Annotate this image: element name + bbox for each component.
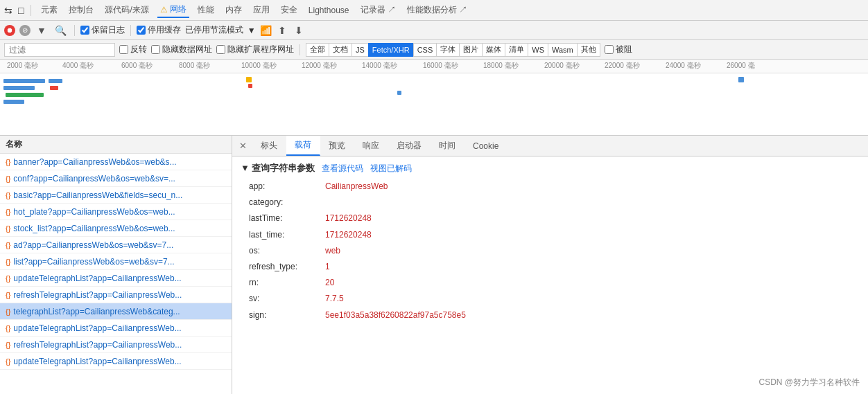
view-decoded-link[interactable]: 视图已解码 — [370, 163, 412, 174]
blocked-label[interactable]: 被阻 — [605, 44, 632, 55]
nav-performance[interactable]: 性能 — [195, 3, 217, 17]
reverse-label[interactable]: 反转 — [119, 44, 147, 55]
warning-icon: ⚠ — [160, 5, 168, 15]
tick-9: 18000 毫秒 — [483, 61, 519, 71]
list-item[interactable]: {} conf?app=CailianpressWeb&os=web&sv=..… — [0, 170, 232, 187]
view-source-link[interactable]: 查看源代码 — [322, 163, 363, 174]
tab-preview[interactable]: 预览 — [320, 136, 354, 155]
xhr-icon: {} — [6, 324, 10, 332]
tab-headers[interactable]: 标头 — [252, 136, 286, 155]
nav-security[interactable]: 安全 — [278, 3, 300, 17]
param-category: category: — [241, 195, 860, 211]
record-button[interactable]: ⏺ — [4, 25, 15, 36]
upload-icon[interactable]: ⬆ — [276, 25, 288, 36]
type-manifest[interactable]: 清单 — [505, 43, 528, 57]
tab-response[interactable]: 响应 — [354, 136, 388, 155]
xhr-icon: {} — [6, 341, 10, 349]
download-icon[interactable]: ⬇ — [293, 25, 305, 36]
type-all[interactable]: 全部 — [306, 43, 329, 57]
list-item[interactable]: {} updateTelegraphList?app=CailianpressW… — [0, 320, 232, 337]
cursor-icon[interactable]: ⇆ — [4, 5, 12, 16]
tab-payload[interactable]: 载荷 — [286, 136, 320, 156]
list-item[interactable]: {} banner?app=CailianpressWeb&os=web&s..… — [0, 154, 232, 170]
offline-icon[interactable]: 📶 — [260, 25, 272, 36]
type-ws[interactable]: WS — [528, 43, 548, 57]
type-css[interactable]: CSS — [413, 43, 437, 57]
disable-cache-checkbox[interactable] — [137, 26, 146, 35]
tick-1: 2000 毫秒 — [7, 61, 38, 71]
search-button[interactable]: 🔍 — [53, 25, 69, 36]
list-item[interactable]: {} refreshTelegraphList?app=Cailianpress… — [0, 287, 232, 303]
hide-extension-urls-label[interactable]: 隐藏扩展程序网址 — [216, 44, 294, 55]
list-item[interactable]: {} ad?app=CailianpressWeb&os=web&sv=7... — [0, 237, 232, 253]
list-item[interactable]: {} updateTelegraphList?app=CailianpressW… — [0, 270, 232, 287]
nav-lighthouse[interactable]: Lighthouse — [306, 4, 352, 17]
preserve-log-checkbox[interactable] — [80, 26, 89, 35]
list-item[interactable]: {} refreshTelegraphList?app=Cailianpress… — [0, 337, 232, 353]
detail-content: ▼ 查询字符串参数 查看源代码 视图已解码 app: CailianpressW… — [232, 156, 868, 394]
inspect-icon[interactable]: □ — [18, 5, 24, 16]
tick-7: 14000 毫秒 — [362, 61, 397, 71]
hide-data-urls-label[interactable]: 隐藏数据网址 — [151, 44, 212, 55]
nav-sources[interactable]: 源代码/来源 — [102, 3, 151, 17]
type-font[interactable]: 字体 — [436, 43, 459, 57]
tick-4: 8000 毫秒 — [179, 61, 210, 71]
close-button[interactable]: ✕ — [234, 138, 252, 154]
reverse-checkbox[interactable] — [119, 45, 128, 54]
detail-panel: ✕ 标头 载荷 预览 响应 启动器 时间 Cookie ▼ 查询字符串参数 查看… — [232, 136, 868, 394]
xhr-icon: {} — [6, 224, 10, 233]
nav-recorder[interactable]: 记录器 ↗ — [358, 3, 399, 17]
list-item[interactable]: {} list?app=CailianpressWeb&os=web&sv=7.… — [0, 253, 232, 270]
param-rn: rn: 20 — [241, 275, 860, 291]
xhr-icon: {} — [6, 291, 10, 299]
param-last-time: last_time: 1712620248 — [241, 227, 860, 243]
top-toolbar: ⇆ □ 元素 控制台 源代码/来源 ⚠ 网络 性能 内存 应用 安全 Light… — [0, 0, 868, 21]
disable-cache-label[interactable]: 停用缓存 — [137, 24, 181, 36]
type-media[interactable]: 媒体 — [482, 43, 505, 57]
nav-perf-insights[interactable]: 性能数据分析 ↗ — [404, 3, 470, 17]
separator — [74, 25, 75, 36]
nav-memory[interactable]: 内存 — [223, 3, 245, 17]
tick-3: 6000 毫秒 — [121, 61, 153, 71]
xhr-icon: {} — [6, 357, 10, 366]
section-title[interactable]: ▼ 查询字符串参数 — [241, 162, 315, 174]
nav-elements[interactable]: 元素 — [38, 3, 60, 17]
type-fetch-xhr[interactable]: Fetch/XHR — [368, 43, 413, 57]
throttle-dropdown[interactable]: ▼ — [248, 26, 256, 35]
type-js[interactable]: JS — [351, 43, 368, 57]
param-lasttime: lastTime: 1712620248 — [241, 211, 860, 226]
list-item[interactable]: {} stock_list?app=CailianpressWeb&os=web… — [0, 220, 232, 237]
xhr-icon: {} — [6, 241, 10, 249]
tab-timing[interactable]: 时间 — [431, 136, 465, 155]
hide-extension-urls-checkbox[interactable] — [216, 45, 225, 54]
param-refresh-type: refresh_type: 1 — [241, 259, 860, 275]
type-img[interactable]: 图片 — [459, 43, 482, 57]
nav-network[interactable]: ⚠ 网络 — [157, 2, 189, 18]
tick-11: 22000 毫秒 — [605, 61, 640, 71]
blocked-checkbox[interactable] — [605, 45, 614, 54]
filter-button[interactable]: ▼ — [35, 25, 49, 36]
tab-initiator[interactable]: 启动器 — [388, 136, 431, 155]
hide-data-urls-checkbox[interactable] — [151, 45, 160, 54]
clear-button[interactable]: ⊘ — [19, 25, 31, 36]
nav-console[interactable]: 控制台 — [66, 3, 96, 17]
list-item[interactable]: {} updateTelegraphList?app=CailianpressW… — [0, 353, 232, 370]
tick-5: 10000 毫秒 — [241, 61, 277, 71]
nav-application[interactable]: 应用 — [250, 3, 272, 17]
filter-input[interactable] — [4, 43, 115, 57]
timeline-area: 2000 毫秒 4000 毫秒 6000 毫秒 8000 毫秒 10000 毫秒… — [0, 60, 868, 136]
no-throttle-label: 已停用节流模式 — [185, 24, 243, 36]
watermark: CSDN @努力学习名种软件 — [758, 377, 860, 388]
list-item[interactable]: {} basic?app=CailianpressWeb&fields=secu… — [0, 187, 232, 204]
tab-cookie[interactable]: Cookie — [465, 138, 507, 154]
list-item[interactable]: {} hot_plate?app=CailianpressWeb&os=web.… — [0, 204, 232, 220]
preserve-log-label[interactable]: 保留日志 — [80, 24, 125, 36]
type-wasm[interactable]: Wasm — [548, 43, 577, 57]
separator — [31, 5, 31, 16]
type-other[interactable]: 其他 — [577, 43, 600, 57]
list-item-selected[interactable]: {} telegraphList?app=CailianpressWeb&cat… — [0, 303, 232, 320]
tick-6: 12000 毫秒 — [302, 61, 337, 71]
type-doc[interactable]: 文档 — [329, 43, 351, 57]
xhr-icon: {} — [6, 158, 10, 166]
tick-10: 20000 毫秒 — [544, 61, 580, 71]
